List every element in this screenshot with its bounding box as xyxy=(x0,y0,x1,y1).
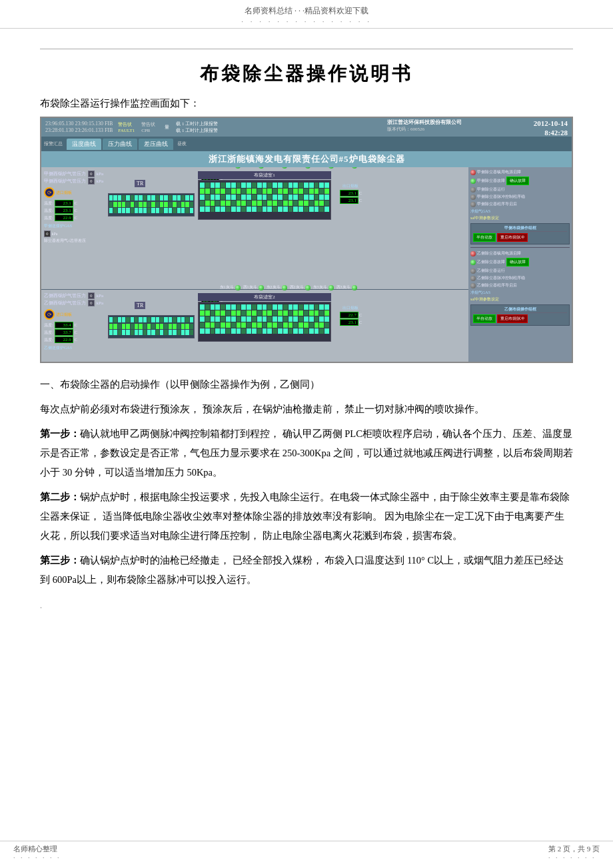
monitor-nav: 报警汇总 温度曲线 压力曲线 差压曲线 昼夜 xyxy=(41,137,572,151)
yi-tr-label: TR xyxy=(135,302,145,309)
monitor-main-area: 甲侧西锅炉气管压力 0 kPa 甲侧西锅炉气管压力 0 kPa xyxy=(41,167,468,363)
right-panel-divider xyxy=(470,247,570,248)
jia-status-3 xyxy=(470,187,476,193)
bottom-dot: · xyxy=(40,603,573,613)
jia-gas-param: saf中测参数设定 xyxy=(470,215,570,221)
monitor-body: 甲侧西锅炉气管压力 0 kPa 甲侧西锅炉气管压力 0 kPa xyxy=(41,167,572,363)
text-content: 一、布袋除尘器的启动操作（以甲侧除尘器操作为例，乙侧同） 每次点炉前必须对布袋进… xyxy=(40,375,573,590)
jia-status-1 xyxy=(470,170,476,175)
jia-ctrl-group: 甲侧布袋操作组框 半自动放 重启布袋脉冲 xyxy=(470,223,570,244)
jia-field-bars xyxy=(108,193,195,217)
footer-right: 第 2 页，共 9 页 · · · · · · · xyxy=(548,844,600,861)
footer-left-label: 名师精心整理 xyxy=(13,845,57,853)
yi-status-3 xyxy=(470,268,476,274)
nav-tab-temperature[interactable]: 温度曲线 xyxy=(67,139,101,150)
monitor-yi-section: 乙侧西锅炉气管压力 0 kPa 乙侧西锅炉气管压力 0 kPa xyxy=(41,289,468,363)
top-divider xyxy=(40,49,573,49)
jia-filter-room: 布袋滤室1 xyxy=(198,171,331,220)
step3-text: 确认锅炉点炉时的油枪已经撤走， 已经全部投入煤粉， 布袋入口温度达到 110° … xyxy=(40,555,564,585)
footer-right-dots: · · · · · · · xyxy=(548,854,600,861)
yi-filter-bag-visual xyxy=(198,302,331,342)
yi-restart-btn[interactable]: 重启布袋脉冲 xyxy=(497,314,528,323)
step1-para: 第一步：确认就地甲乙两侧脉冲阀控制箱都打到程控， 确认甲乙两侧 PLC柜喷吹程序… xyxy=(40,424,573,482)
yi-filter-room: 布袋滤室2 xyxy=(198,293,331,342)
para1: 每次点炉前必须对布袋进行预涂灰， 预涂灰后，在锅炉油枪撤走前， 禁止一切对脉冲阀… xyxy=(40,400,573,419)
monitor-top-bar: 23:96:05.130 23:90:15.130 FIB 23:28:01.1… xyxy=(41,118,572,137)
monitor-company-title: 浙江浙能镇海发电有限责任公司#5炉电袋除尘器 xyxy=(41,151,572,167)
jia-restart-btn[interactable]: 重启布袋脉冲 xyxy=(497,233,528,242)
footer-left-dots: · · · · · · · xyxy=(13,854,61,861)
step1-label: 第一步： xyxy=(40,428,80,439)
monitor-log-info: 23:96:05.130 23:90:15.130 FIB 23:28:01.1… xyxy=(45,121,113,135)
step3-para: 第三步：确认锅炉点炉时的油枪已经撤走， 已经全部投入煤粉， 布袋入口温度达到 1… xyxy=(40,551,573,590)
jia-status-5 xyxy=(470,202,476,207)
step1-text: 确认就地甲乙两侧脉冲阀控制箱都打到程控， 确认甲乙两侧 PLC柜喷吹程序启动，确… xyxy=(40,428,573,478)
document-subtitle: 布袋除尘器运行操作监控画面如下： xyxy=(40,97,573,110)
yi-ctrl-group: 乙侧布袋操作组框 半自动放 重启布袋脉冲 xyxy=(470,304,570,326)
pump-icon: ⟳ xyxy=(44,187,55,198)
nav-tab-diff-pressure[interactable]: 差压曲线 xyxy=(139,139,173,150)
monitor-jia-section: 甲侧西锅炉气管压力 0 kPa 甲侧西锅炉气管压力 0 kPa xyxy=(41,167,468,289)
step2-label: 第二步： xyxy=(40,492,80,502)
monitor-yi-inner: 乙侧西锅炉气管压力 0 kPa 乙侧西锅炉气管压力 0 kPa xyxy=(41,289,468,363)
yi-status-indicators: 乙侧除尘器毓用电源启障 乙侧除尘器故障 确认故障 乙侧除尘器运行 乙侧除尘器脉冲… xyxy=(470,250,570,288)
yi-half-auto-btn[interactable]: 半自动放 xyxy=(473,314,496,323)
jia-status-4 xyxy=(470,195,476,200)
footer-right-label: 第 2 页，共 9 页 xyxy=(548,845,600,853)
section1-heading: 一、布袋除尘器的启动操作（以甲侧除尘器操作为例，乙侧同） xyxy=(40,375,573,394)
jia-half-auto-btn[interactable]: 半自动放 xyxy=(473,233,496,242)
jia-status-indicators: 甲侧除尘器毓用电源启障 甲侧除尘器故障 确认故障 甲侧除尘器运行 甲侧除尘器脉冲… xyxy=(470,169,570,207)
yi-ash-hoppers: 东1灰斗 西1灰斗 东2灰斗 xyxy=(108,284,468,290)
monitor-jia-inner: 甲侧西锅炉气管压力 0 kPa 甲侧西锅炉气管压力 0 kPa xyxy=(41,167,468,289)
nav-tab-pressure[interactable]: 压力曲线 xyxy=(103,139,137,150)
monitor-datetime: 2012-10-14 8:42:28 xyxy=(534,119,568,138)
header-dots: · · · · · · · · · · · · · · · xyxy=(241,17,372,25)
yi-status-4 xyxy=(470,276,476,281)
step3-label: 第三步： xyxy=(40,555,80,566)
page-header: 名师资料总结 · · ·精品资料欢迎下载 · · · · · · · · · ·… xyxy=(0,0,613,29)
yi-pump-icon: ⟳ xyxy=(44,309,55,320)
yi-outlet: 出口烟板 22.7 C 23.1 C xyxy=(340,305,362,326)
yi-fault-btn[interactable]: 确认故障 xyxy=(506,258,529,266)
monitor-company-name: 浙江普达环保科技股份有限公司 版本代码：600526 xyxy=(387,119,462,133)
footer-left: 名师精心整理 · · · · · · · xyxy=(13,844,61,861)
jia-ash-hoppers: 东1灰斗 西1灰斗 东2灰斗 xyxy=(108,167,468,169)
yi-field-bars xyxy=(108,315,195,338)
document-title: 布袋除尘器操作说明书 xyxy=(40,61,573,87)
jia-tr-label: TR xyxy=(135,180,145,187)
monitor-top-info: 23:96:05.130 23:90:15.130 FIB 23:28:01.1… xyxy=(45,121,568,135)
yi-status-2 xyxy=(470,260,476,265)
jia-fault-btn[interactable]: 确认故障 xyxy=(506,177,529,185)
monitor-screen: 23:96:05.130 23:90:15.130 FIB 23:28:01.1… xyxy=(40,117,573,363)
yi-status-5 xyxy=(470,283,476,288)
jia-status-2 xyxy=(470,179,476,184)
main-content: 布袋除尘器操作说明书 布袋除尘器运行操作监控画面如下： 23:96:05.130… xyxy=(0,29,613,633)
jia-gas-label: 净烟气GAS xyxy=(470,209,570,215)
yi-gas-label: 净烟气GAS xyxy=(470,290,570,296)
yi-gas-param: saf中测参数设定 xyxy=(470,296,570,302)
monitor-right-panel: 甲侧除尘器毓用电源启障 甲侧除尘器故障 确认故障 甲侧除尘器运行 甲侧除尘器脉冲… xyxy=(468,167,572,363)
jia-outlet: 出口烟板 23.1 C 23.1 C xyxy=(340,183,362,204)
page-footer: 名师精心整理 · · · · · · · 第 2 页，共 9 页 · · · ·… xyxy=(0,841,613,861)
yi-status-1 xyxy=(470,251,476,256)
header-title: 名师资料总结 · · ·精品资料欢迎下载 xyxy=(245,6,368,15)
jia-filter-bag-visual xyxy=(198,180,331,220)
step2-para: 第二步：锅炉点炉时，根据电除尘投运要求，先投入电除尘运行。在电袋一体式除尘器中，… xyxy=(40,488,573,546)
step2-text: 锅炉点炉时，根据电除尘投运要求，先投入电除尘运行。在电袋一体式除尘器中，由于除尘… xyxy=(40,492,570,541)
